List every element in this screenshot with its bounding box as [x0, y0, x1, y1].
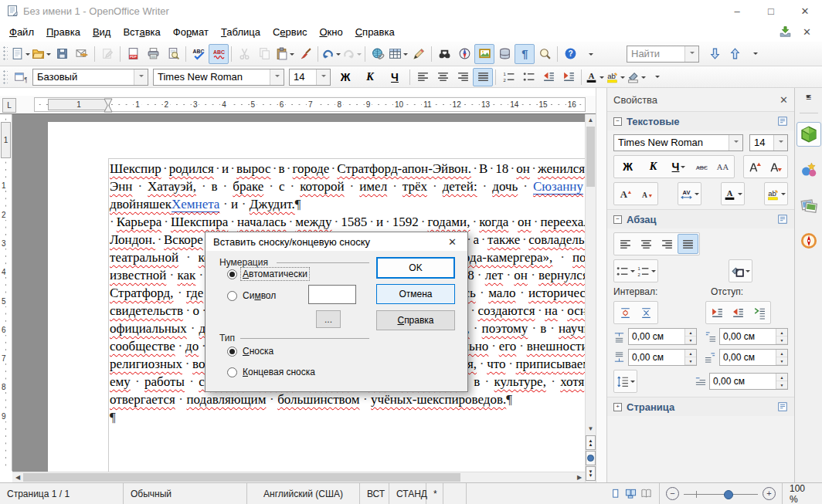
table-button[interactable] — [388, 44, 409, 64]
auto-spellcheck-button[interactable]: ABC — [209, 44, 229, 64]
align-right-button[interactable] — [453, 68, 473, 86]
signature-cell[interactable] — [443, 483, 467, 504]
zoom-slider-track[interactable] — [684, 489, 758, 499]
menu-view[interactable]: Вид — [87, 23, 117, 41]
indent-marker-icon[interactable] — [104, 98, 113, 113]
tab-properties[interactable] — [797, 122, 821, 147]
zoom-in-button[interactable]: + — [763, 487, 776, 500]
edit-file-button[interactable] — [97, 44, 117, 64]
navigator-button[interactable] — [454, 44, 474, 64]
superscript-button[interactable] — [745, 157, 766, 177]
collapse-icon[interactable]: − — [613, 117, 622, 126]
find-replace-button[interactable] — [434, 44, 454, 64]
find-dropdown[interactable] — [684, 46, 698, 62]
styles-dialog-button[interactable]: ¶ — [10, 68, 30, 86]
page-style[interactable]: Обычный — [124, 483, 247, 504]
modified-flag[interactable]: * — [426, 483, 443, 504]
paragraph-background-button[interactable] — [730, 261, 751, 281]
print-button[interactable] — [143, 44, 163, 64]
increase-indent-button[interactable] — [707, 303, 728, 323]
data-sources-button[interactable] — [494, 44, 515, 64]
hyperlink[interactable]: Хемнета — [172, 197, 219, 212]
cut-button[interactable] — [234, 44, 254, 64]
maximize-button[interactable]: □ — [754, 0, 788, 22]
browse-button[interactable]: ... — [316, 310, 341, 328]
bullet-list-button[interactable] — [518, 68, 538, 86]
menu-insert[interactable]: Вставка — [117, 23, 166, 41]
before-indent-spinner[interactable]: 0,00 см ▲▼ — [719, 328, 788, 345]
next-page-button[interactable]: ▼▼ — [586, 466, 596, 481]
menu-edit[interactable]: Правка — [40, 23, 87, 41]
automatic-radio-label[interactable]: Автоматически — [241, 268, 309, 280]
section-page[interactable]: + Страница — [607, 397, 794, 416]
zoom-button[interactable] — [535, 44, 555, 64]
vertical-scrollbar[interactable]: ▲ ▼ ▲▲ ▼▼ — [585, 114, 596, 482]
endnote-radio-label[interactable]: Концевая сноска — [241, 366, 317, 378]
hyperlink[interactable]: Сюзанну — [533, 179, 583, 194]
email-document-button[interactable] — [72, 44, 92, 64]
save-button[interactable] — [52, 44, 72, 64]
scroll-up-icon[interactable]: ▲ — [586, 114, 596, 125]
character-radio[interactable] — [227, 291, 237, 301]
horizontal-scrollbar-thumb[interactable] — [23, 473, 460, 482]
character-radio-label[interactable]: Символ — [241, 289, 277, 302]
find-previous-button[interactable] — [725, 44, 745, 64]
menu-file[interactable]: Файл — [3, 23, 40, 41]
horizontal-ruler[interactable]: L 1 12345678910111213141516 — [0, 96, 596, 114]
undo-button[interactable] — [321, 44, 341, 64]
increase-indent-button[interactable] — [559, 68, 579, 86]
spinner-arrows[interactable]: ▲▼ — [684, 350, 696, 365]
highlighting-button[interactable]: ab — [605, 68, 626, 86]
update-available-icon[interactable] — [779, 25, 792, 39]
bullet-list-button[interactable] — [615, 261, 636, 281]
footnote-radio[interactable] — [227, 347, 237, 357]
scroll-right-icon[interactable]: ▶ — [574, 472, 585, 482]
close-button[interactable]: ✕ — [788, 0, 822, 22]
font-size-combo-arrow[interactable] — [316, 69, 330, 85]
subscript-button[interactable] — [766, 157, 786, 177]
formatting-marks-button[interactable]: ¶ — [515, 44, 535, 64]
character-input[interactable] — [308, 285, 356, 304]
sidebar-menu-button[interactable]: ≡ — [806, 94, 811, 107]
minimize-button[interactable]: – — [720, 0, 754, 22]
sidebar-font-size-combo[interactable]: 14 — [749, 134, 788, 151]
tab-stop-selector[interactable]: L — [2, 98, 16, 113]
clone-formatting-button[interactable] — [295, 44, 315, 64]
scroll-left-icon[interactable]: ◀ — [12, 472, 23, 482]
dialog-launcher-icon[interactable] — [777, 214, 788, 225]
previous-page-button[interactable]: ▲▲ — [586, 435, 596, 450]
page-count[interactable]: Страница 1 / 1 — [0, 483, 124, 504]
export-pdf-button[interactable]: PDF — [123, 44, 143, 64]
section-text[interactable]: − Текстовые — [607, 111, 794, 130]
tab-navigator[interactable] — [797, 228, 821, 253]
align-left-button[interactable] — [615, 234, 636, 254]
toolbar-grip[interactable] — [2, 69, 8, 84]
align-center-button[interactable] — [433, 68, 453, 86]
cancel-button[interactable]: Отмена — [376, 284, 455, 304]
toolbar-options-button[interactable] — [647, 67, 667, 86]
align-right-button[interactable] — [657, 234, 678, 254]
below-spacing-spinner[interactable]: 0,00 см ▲▼ — [628, 349, 697, 366]
decrease-spacing-button[interactable] — [636, 303, 657, 323]
find-toolbar-options-button[interactable] — [745, 43, 765, 63]
paragraph-style-combo[interactable]: Базовый — [32, 69, 148, 86]
menu-tools[interactable]: Сервис — [267, 23, 314, 41]
expand-icon[interactable]: + — [613, 403, 622, 411]
sidebar-font-name-combo[interactable]: Times New Roman — [613, 134, 743, 151]
hyperlink-button[interactable] — [368, 44, 388, 64]
after-indent-spinner[interactable]: 0,00 см ▲▼ — [719, 349, 788, 366]
underline-button[interactable]: Ч — [666, 157, 691, 177]
above-spacing-spinner[interactable]: 0,00 см ▲▼ — [628, 328, 697, 345]
align-center-button[interactable] — [636, 234, 657, 254]
open-button[interactable] — [31, 44, 52, 64]
first-line-indent-spinner[interactable]: 0,00 см ▲▼ — [709, 373, 788, 390]
endnote-radio[interactable] — [227, 367, 237, 377]
align-left-button[interactable] — [413, 68, 433, 86]
close-document-icon[interactable]: ✕ — [803, 26, 811, 38]
spinner-arrows[interactable]: ▲▼ — [776, 374, 787, 389]
text-language[interactable]: Английский (США) — [247, 483, 360, 504]
increase-spacing-button[interactable] — [615, 303, 636, 323]
bold-button[interactable]: Ж — [333, 68, 358, 86]
help-button[interactable]: ? — [560, 44, 580, 64]
automatic-radio[interactable] — [227, 269, 237, 279]
